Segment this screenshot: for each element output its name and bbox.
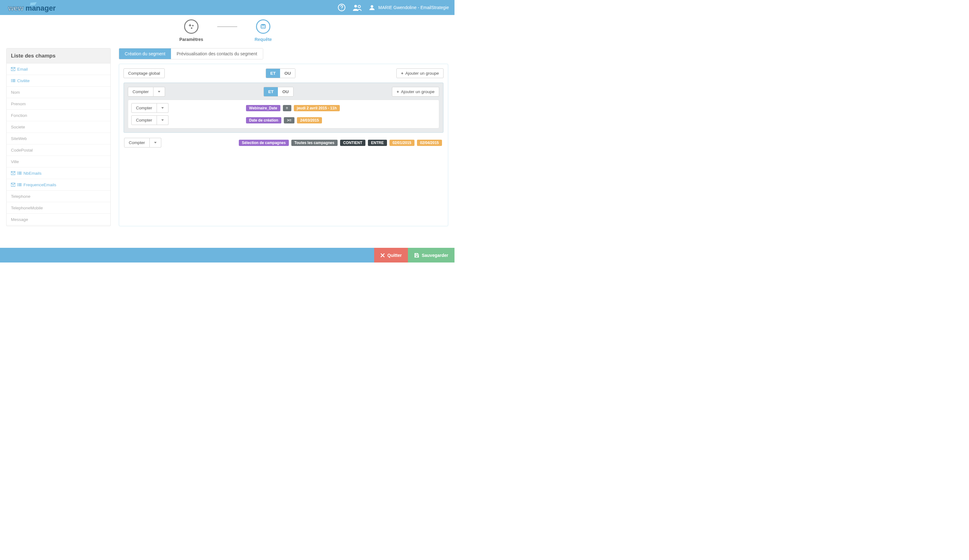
count-button-group[interactable]: Compter [128,87,165,96]
mail-icon [11,67,15,71]
rule-group-1: Compter ET OU + Ajouter un groupe [123,83,444,133]
field-item-codepostal[interactable]: CodePostal [7,145,110,156]
logic-ou[interactable]: OU [280,69,295,78]
field-item-email[interactable]: Email [7,63,110,75]
help-icon[interactable] [338,3,346,12]
field-item-message[interactable]: Message [7,214,110,225]
field-item-frequenceemails[interactable]: FrequenceEmails [7,179,110,191]
svg-rect-15 [12,80,15,81]
rule-contains-tag[interactable]: CONTIENT [340,140,365,146]
svg-rect-22 [18,173,22,173]
field-item-telephone[interactable]: Telephone [7,191,110,202]
list-icon [17,171,22,175]
svg-text:wew: wew [8,4,24,12]
wizard-steps: Paramètres Requête [0,19,455,42]
svg-point-26 [18,183,18,184]
logo[interactable]: wew manager [8,2,61,13]
step-requete[interactable]: Requête [243,19,283,42]
caret-down-icon [161,120,164,121]
rule-field-tag[interactable]: Date de création [246,117,281,123]
svg-rect-11 [11,68,15,71]
caret-down-icon [161,107,164,109]
query-panel: Comptage global ET OU + Ajouter un group… [119,64,448,226]
svg-rect-20 [18,172,22,173]
svg-rect-13 [12,80,15,80]
tab-creation[interactable]: Création du segment [119,48,171,59]
save-icon [414,253,419,258]
field-item-civilite[interactable]: Civilite [7,75,110,86]
svg-rect-25 [11,183,15,186]
svg-rect-33 [415,256,418,257]
rule-count-button[interactable]: Compter [131,103,168,113]
rule-between-tag[interactable]: ENTRE [368,140,387,146]
svg-point-12 [11,79,12,80]
svg-point-21 [18,173,18,173]
field-item-ville[interactable]: Ville [7,156,110,168]
field-item-nom[interactable]: Nom [7,86,110,98]
users-icon[interactable] [353,3,362,12]
svg-point-8 [192,25,194,27]
rule-count-button[interactable]: Compter [131,115,168,125]
close-icon [380,253,385,258]
logic-et[interactable]: ET [266,69,280,78]
rule-value-tag[interactable]: jeudi 2 avril 2015 - 11h [294,105,340,111]
svg-point-14 [11,80,12,81]
svg-point-9 [191,28,193,29]
mail-icon [11,183,15,186]
fields-list[interactable]: Email Civilite Nom Prenom Fonction Socie… [7,63,110,226]
rule-campaigns-tag[interactable]: Toutes les campagnes [291,140,338,146]
quit-button[interactable]: Quitter [374,248,408,263]
rule-box: Compter Webinaire_Date = jeudi 2 avril 2… [128,100,439,128]
plus-icon: + [397,90,399,94]
rule-date-from-tag[interactable]: 02/01/2015 [390,140,415,146]
svg-point-6 [371,5,373,8]
field-item-telephonemobile[interactable]: TelephoneMobile [7,202,110,214]
svg-point-3 [341,9,342,10]
logic-toggle-inner[interactable]: ET OU [263,87,293,96]
user-label: MARIE Gwendoline - EmailStrategie [378,5,449,10]
list-icon [11,79,15,83]
logic-toggle-root[interactable]: ET OU [266,68,296,78]
svg-rect-31 [18,186,22,186]
top-header: wew manager MARIE Gwendoline - EmailStra… [0,0,455,15]
field-item-societe[interactable]: Societe [7,121,110,133]
count-dropdown[interactable] [153,87,165,96]
field-item-fonction[interactable]: Fonction [7,110,110,121]
list-icon [17,183,22,186]
svg-point-10 [261,24,266,26]
rule-op-tag[interactable]: >= [284,117,295,123]
rule-op-tag[interactable]: = [283,105,291,111]
rule-2: Compter Date de création >= 24/03/2015 [131,115,436,125]
global-count-button[interactable]: Comptage global [123,68,165,78]
step-parametres[interactable]: Paramètres [171,19,211,42]
svg-rect-24 [18,174,22,174]
svg-point-7 [189,24,191,26]
svg-rect-32 [415,253,417,255]
add-group-button-inner[interactable]: + Ajouter un groupe [392,87,439,96]
svg-point-19 [18,171,18,172]
builder-tabs: Création du segment Prévisualisation des… [119,48,263,59]
step-connector [217,27,237,27]
svg-point-4 [355,5,357,8]
save-button[interactable]: Sauvegarder [408,248,455,263]
plus-icon: + [401,71,403,76]
caret-down-icon [158,91,160,93]
rule-3: Compter Sélection de campagnes Toutes le… [123,138,444,148]
svg-rect-18 [11,171,15,175]
rule-date-to-tag[interactable]: 02/04/2015 [417,140,442,146]
footer-bar: Quitter Sauvegarder [0,248,455,263]
svg-point-16 [11,81,12,82]
field-item-nbemails[interactable]: NbEmails [7,168,110,179]
rule-field-tag[interactable]: Webinaire_Date [246,105,280,111]
tab-preview[interactable]: Prévisualisation des contacts du segment [171,48,263,59]
field-item-prenom[interactable]: Prenom [7,98,110,110]
rule-value-tag[interactable]: 24/03/2015 [297,117,322,123]
fields-sidebar: Liste des champs Email Civilite Nom Pren… [6,48,111,226]
add-group-button-root[interactable]: + Ajouter un groupe [396,68,444,78]
rule-count-button[interactable]: Compter [124,138,161,148]
user-menu[interactable]: MARIE Gwendoline - EmailStrategie [369,4,449,11]
field-item-siteweb[interactable]: SiteWeb [7,133,110,145]
mail-icon [11,171,15,175]
svg-point-28 [18,184,18,185]
rule-field-tag[interactable]: Sélection de campagnes [239,140,289,146]
